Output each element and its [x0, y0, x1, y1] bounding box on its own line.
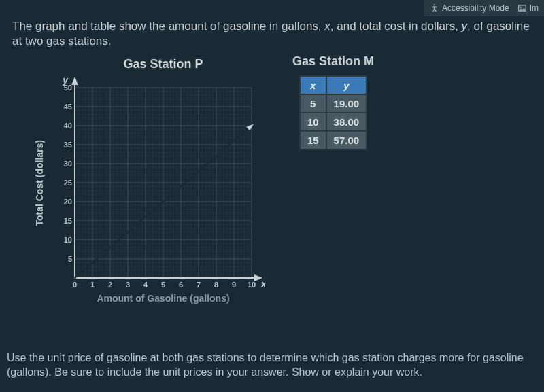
svg-text:10: 10: [248, 281, 256, 289]
y-axis-label: Total Cost (dollars): [34, 140, 45, 226]
table-header-x: x: [300, 76, 326, 94]
table-row: 1557.00: [300, 131, 367, 149]
table-cell-y: 38.00: [326, 113, 367, 131]
svg-point-2: [520, 6, 521, 7]
svg-text:5: 5: [68, 255, 72, 263]
svg-text:0: 0: [73, 281, 77, 289]
svg-text:15: 15: [64, 217, 72, 225]
image-icon: [517, 3, 527, 13]
svg-text:3: 3: [126, 281, 130, 289]
table-cell-x: 5: [300, 94, 326, 113]
problem-text-2: , and total cost in dollars,: [330, 20, 462, 33]
accessibility-mode-label: Accessibility Mode: [442, 3, 509, 13]
question-prompt: Use the unit price of gasoline at both g…: [7, 351, 537, 380]
chart-svg: y x 5101520253035404550 012345678910: [48, 74, 265, 291]
svg-text:45: 45: [64, 103, 72, 111]
problem-var-y: y: [462, 20, 468, 33]
table-title: Gas Station M: [292, 54, 374, 69]
svg-text:30: 30: [64, 160, 72, 168]
svg-marker-128: [71, 77, 78, 85]
table-cell-x: 10: [300, 113, 326, 131]
chart-title: Gas Station P: [123, 57, 203, 71]
svg-text:7: 7: [197, 281, 201, 289]
svg-text:10: 10: [64, 236, 72, 244]
table-header-y: y: [326, 76, 367, 94]
chart-gas-station-p: Gas Station P Total Cost (dollars) y x 5…: [34, 57, 265, 304]
problem-text-1: The graph and table show the amount of g…: [12, 20, 324, 33]
accessibility-icon: [430, 3, 439, 13]
svg-text:2: 2: [108, 281, 112, 289]
svg-text:50: 50: [64, 84, 72, 92]
svg-text:25: 25: [64, 179, 72, 187]
x-axis-label: Amount of Gasoline (gallons): [97, 293, 229, 304]
svg-text:5: 5: [161, 281, 165, 289]
svg-text:35: 35: [64, 141, 72, 149]
table-row: 519.00: [300, 94, 367, 113]
svg-text:9: 9: [232, 281, 236, 289]
problem-var-x: x: [324, 20, 330, 33]
image-tool-label: Im: [530, 3, 539, 13]
accessibility-mode-button[interactable]: Accessibility Mode: [430, 3, 509, 13]
svg-text:20: 20: [64, 198, 72, 206]
table-gas-station-m: Gas Station M x y 519.001038.001557.00: [292, 54, 374, 150]
table-header-row: x y: [300, 76, 367, 94]
svg-text:8: 8: [214, 281, 218, 289]
svg-point-0: [434, 4, 435, 5]
top-toolbar: Accessibility Mode Im: [424, 0, 544, 16]
table-row: 1038.00: [300, 113, 367, 131]
svg-text:1: 1: [90, 281, 95, 289]
image-tool-button[interactable]: Im: [517, 3, 539, 13]
table-cell-y: 57.00: [326, 131, 367, 149]
svg-text:6: 6: [179, 281, 183, 289]
svg-text:x: x: [260, 279, 265, 289]
data-table: x y 519.001038.001557.00: [299, 75, 367, 150]
svg-text:40: 40: [64, 122, 72, 130]
table-cell-x: 15: [300, 131, 326, 149]
svg-text:4: 4: [143, 281, 148, 289]
table-cell-y: 19.00: [326, 94, 367, 113]
